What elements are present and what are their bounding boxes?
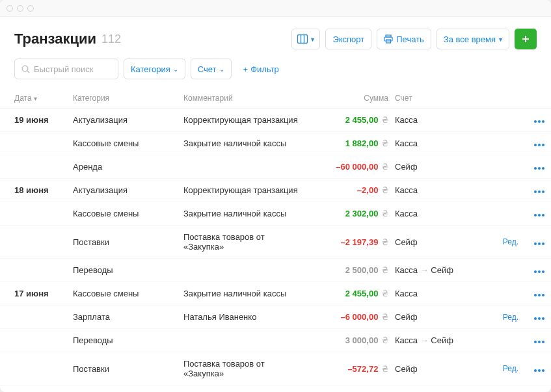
add-filter-link[interactable]: + Фильтр [243,64,279,74]
table-row[interactable]: Переводы2 500,00 ₴Касса → Сейф [0,259,551,282]
table-row[interactable]: 17 июняКассовые сменыЗакрытие наличной к… [0,282,551,306]
more-icon[interactable] [534,167,544,170]
row-actions [518,138,544,148]
page-title: Транзакции [14,31,96,47]
col-category[interactable]: Категория [73,94,183,103]
filter-bar: Быстрый поиск Категория ⌄ Счет ⌄ + Фильт… [0,59,551,88]
edit-link[interactable]: Ред. [486,364,518,373]
export-label: Экспорт [332,34,364,44]
category-filter-button[interactable]: Категория ⌄ [124,59,185,79]
cell-comment: Закрытие наличной кассы [183,138,307,148]
plus-icon: + [243,64,249,74]
cell-account: Сейф [395,364,486,374]
window-close-dot[interactable] [7,5,13,12]
col-sum[interactable]: Сумма [307,94,395,103]
cell-date: 18 июня [14,185,73,195]
cell-account: Касса [395,289,486,298]
table-row[interactable]: Переводы3 000,00 ₴Касса → Сейф [0,329,551,352]
row-actions [518,209,544,218]
cell-account: Сейф [395,237,486,247]
cell-sum: –60 000,00 ₴ [307,162,395,172]
table-header: Дата ▾ Категория Комментарий Сумма Счет [0,88,551,109]
more-icon[interactable] [534,294,544,296]
cell-sum: 1 882,00 ₴ [307,138,395,148]
sort-desc-icon: ▾ [34,95,37,102]
period-button[interactable]: За все время ▾ [437,29,509,49]
chevron-down-icon: ▾ [311,36,314,43]
columns-icon [297,34,308,44]
cell-sum: –6 000,00 ₴ [307,312,395,322]
table-row[interactable]: Кассовые сменыЗакрытие наличной кассы2 3… [0,202,551,226]
cell-category: Кассовые смены [73,289,183,298]
columns-button[interactable]: ▾ [291,29,320,49]
cell-category: Кассовые смены [73,209,183,218]
more-icon[interactable] [534,369,544,372]
more-icon[interactable] [534,270,544,273]
more-icon[interactable] [534,341,544,343]
table-row[interactable]: 18 июняАктуализацияКорректирующая транза… [0,179,551,202]
row-actions [518,289,544,298]
account-filter-button[interactable]: Счет ⌄ [191,59,232,79]
table-row[interactable]: ЗарплатаНаталья Иваненко–6 000,00 ₴СейфР… [0,306,551,329]
more-icon[interactable] [534,120,544,123]
print-label: Печать [396,34,424,44]
print-icon [384,34,393,44]
cell-sum: 2 455,00 ₴ [307,289,395,298]
edit-link[interactable]: Ред. [486,313,518,322]
cell-sum: 2 500,00 ₴ [307,265,395,275]
cell-category: Переводы [73,335,183,345]
cell-sum: –2,00 ₴ [307,185,395,195]
cell-account: Касса → Сейф [395,265,486,275]
more-icon[interactable] [534,242,544,245]
cell-sum: 2 455,00 ₴ [307,115,395,125]
cell-account: Касса [395,185,486,195]
cell-comment: Корректирующая транзакция [183,115,307,125]
svg-rect-0 [298,35,308,44]
row-actions [518,265,544,275]
row-actions [518,312,544,322]
cell-comment: Поставка товаров от «Закупка» [183,232,307,252]
table-row[interactable]: Кассовые сменыЗакрытие наличной кассы1 8… [0,132,551,155]
cell-sum: 3 000,00 ₴ [307,335,395,345]
window-max-dot[interactable] [27,5,34,12]
search-input[interactable]: Быстрый поиск [14,59,118,79]
cell-category: Поставки [73,364,183,374]
export-button[interactable]: Экспорт [325,29,371,49]
add-button[interactable] [515,29,537,49]
table-row[interactable]: ПоставкиПоставка товаров от «Закупка»–2 … [0,226,551,259]
header-toolbar: ▾ Экспорт Печать За все время ▾ [291,29,537,49]
col-date[interactable]: Дата ▾ [14,94,73,103]
window-min-dot[interactable] [17,5,23,12]
table-row[interactable]: 19 июняАктуализацияКорректирующая транза… [0,109,551,132]
print-button[interactable]: Печать [377,29,431,49]
col-comment[interactable]: Комментарий [183,94,307,103]
cell-account: Сейф [395,312,486,322]
cell-comment: Наталья Иваненко [183,312,307,322]
cell-comment: Поставка товаров от «Закупка» [183,359,307,378]
cell-comment: Корректирующая транзакция [183,185,307,195]
cell-sum: –2 197,39 ₴ [307,237,395,247]
cell-account: Касса → Сейф [395,335,486,345]
window-titlebar [0,0,551,17]
chevron-down-icon: ⌄ [173,66,178,73]
svg-point-8 [22,66,28,72]
cell-category: Актуализация [73,185,183,195]
more-icon[interactable] [534,317,544,320]
svg-rect-4 [384,37,392,41]
cell-category: Переводы [73,265,183,275]
more-icon[interactable] [534,190,544,193]
row-actions [518,335,544,345]
table-row[interactable]: ПоставкиПоставка товаров от «Закупка»–57… [0,352,551,385]
cell-comment: Закрытие наличной кассы [183,209,307,218]
cell-sum: 2 302,00 ₴ [307,209,395,218]
more-icon[interactable] [534,144,544,146]
more-icon[interactable] [534,214,544,216]
row-actions [518,162,544,172]
search-icon [21,65,30,73]
chevron-down-icon: ▾ [499,36,502,43]
row-actions [518,185,544,195]
col-account[interactable]: Счет [395,94,486,103]
table-row[interactable]: Аренда–60 000,00 ₴Сейф [0,155,551,179]
row-actions [518,364,544,374]
edit-link[interactable]: Ред. [486,237,518,246]
